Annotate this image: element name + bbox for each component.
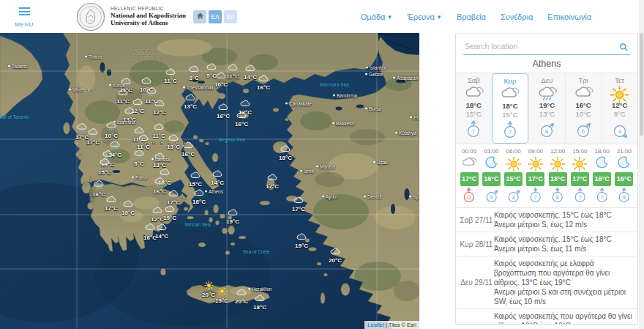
map-weather-marker: 14°C <box>240 62 261 81</box>
wind-badge: 7 <box>456 119 492 138</box>
cloud-icon <box>117 86 130 100</box>
marker-temp: 11°C <box>152 133 165 139</box>
home-button[interactable] <box>193 10 206 23</box>
marker-temp: 20°C <box>329 258 342 264</box>
nav-link-Επικοινωνία[interactable]: Επικοινωνία <box>547 12 591 21</box>
marker-temp: 10°C <box>214 82 228 88</box>
marker-temp: 13°C <box>167 144 180 150</box>
map-weather-marker: 11°C <box>116 75 136 94</box>
map-weather-marker: 18°C <box>189 187 209 205</box>
marker-temp: 12°C <box>131 108 144 114</box>
map-weather-marker: 11°C <box>113 86 133 105</box>
svg-text:6: 6 <box>490 195 493 200</box>
hour-time: 06:00 <box>503 148 525 155</box>
city-label-Denizli: Denizli <box>364 194 382 199</box>
map-weather-marker: 17°C <box>163 188 184 206</box>
leaflet-link[interactable]: Leaflet <box>367 322 384 328</box>
city-dot <box>151 158 154 160</box>
cloud-icon <box>227 207 239 220</box>
hour-time: 03:00 <box>480 148 502 155</box>
nav-link-Συνέδρια[interactable]: Συνέδρια <box>501 12 533 21</box>
cloud-icon <box>456 85 492 101</box>
marker-temp: 17°C <box>86 140 100 146</box>
menu-button[interactable]: MENU <box>12 6 37 28</box>
cloud-icon <box>182 139 195 152</box>
rain-icon <box>133 149 146 162</box>
city-label-Aydın: Aydın <box>322 194 338 199</box>
page-scrollbar[interactable] <box>639 0 644 329</box>
marker-temp: 18°C <box>192 199 206 205</box>
cloud-icon <box>296 231 308 244</box>
marker-temp: 8°C <box>189 75 198 81</box>
city-dot <box>365 108 367 110</box>
map-weather-marker: 16°C <box>140 223 160 241</box>
nav-link-Βραβεία[interactable]: Βραβεία <box>457 12 486 21</box>
marker-temp: 15°C <box>98 170 111 176</box>
hourly-forecast: 00:0017°C1103:0016°C606:0015°C409:0017°C… <box>456 144 637 207</box>
city-dot <box>333 95 335 97</box>
day-low-temp: 9°C <box>602 110 637 118</box>
marker-temp: 14°C <box>244 75 257 81</box>
marker-temp: 16°C <box>92 192 105 198</box>
scrollbar-thumb[interactable] <box>640 33 643 136</box>
sun-icon <box>503 156 525 171</box>
cloud-icon <box>217 101 230 114</box>
hour-col-21:00: 21:0016°C8 <box>613 148 635 204</box>
day-tab-Τρι[interactable]: Τρι16°C10°C6 <box>565 73 602 144</box>
map-weather-marker: 12°C <box>149 97 170 116</box>
marker-temp: 16°C <box>181 152 195 158</box>
map-weather-marker: 8°C <box>184 63 204 81</box>
marker-temp: 19°C <box>226 219 239 225</box>
marker-temp: 14°C <box>155 234 168 240</box>
search-input[interactable] <box>463 39 613 54</box>
wind-badge: 7 <box>525 187 547 204</box>
city-label-Bursa: Bursa <box>365 106 381 111</box>
map-weather-marker: 15°C <box>94 158 115 176</box>
marker-temp: 12°C <box>151 217 164 223</box>
map-weather-marker: 16°C <box>231 109 252 127</box>
header-buttons: ΕΛ En <box>193 10 237 23</box>
map-weather-marker: 17°C <box>101 193 121 212</box>
svg-text:8: 8 <box>623 195 626 200</box>
forecast-row: Κυρ 28/11Καιρός νεφοσκεπής. 15°C έως 18°… <box>456 232 637 256</box>
cloud-icon <box>215 70 228 83</box>
lang-en-button[interactable]: En <box>224 10 237 23</box>
sun-icon <box>569 156 591 171</box>
hour-temp: 17°C <box>571 172 589 186</box>
city-label-Tirana: Tirana <box>85 54 102 59</box>
city-dot <box>409 196 411 198</box>
hour-temp: 16°C <box>593 172 611 186</box>
hour-temp: 15°C <box>504 172 523 186</box>
lang-el-button[interactable]: ΕΛ <box>209 10 222 23</box>
city-label-Bandırma: Bandırma <box>333 93 357 98</box>
day-tab-Δευ[interactable]: Δευ19°C13°C8 <box>528 73 565 144</box>
marker-temp: 11°C <box>132 137 145 143</box>
university-seal-logo[interactable] <box>76 2 105 32</box>
hour-col-09:00: 09:0017°C7 <box>525 148 547 204</box>
day-name: Κυρ <box>493 77 528 85</box>
cloud-icon <box>120 75 132 89</box>
map-weather-marker: 11°C <box>160 66 181 84</box>
city-label-İzmir: İzmir <box>300 169 314 174</box>
city-dot <box>393 77 395 79</box>
cloud-icon <box>105 193 118 207</box>
map-weather-marker: 11°C <box>222 62 243 80</box>
map-weather-marker: 16°C <box>178 139 198 158</box>
day-tab-Σαβ[interactable]: Σαβ18°C15°C7 <box>456 73 492 144</box>
weather-map[interactable]: 11°C10°C11°C11°C12°C12°C13°C11°C8°C9°C10… <box>0 33 419 329</box>
city-dot <box>205 191 207 193</box>
hour-col-15:00: 15:0017°C7 <box>569 148 591 204</box>
marker-temp: 16°C <box>143 235 157 241</box>
hour-temp: 17°C <box>460 172 479 186</box>
marker-temp: 19°C <box>215 298 228 304</box>
day-tab-Τετ[interactable]: Τετ12°C9°C4 <box>601 73 637 144</box>
org-title: HELLENIC REPUBLIC National and Kapodistr… <box>111 6 186 26</box>
day-tab-Κυρ[interactable]: Κυρ18°C15°C7 <box>492 73 529 144</box>
search-icon[interactable] <box>619 42 629 55</box>
nav-link-Ομάδα[interactable]: Ομάδα▼ <box>361 12 393 21</box>
nav-link-Έρευνα[interactable]: Έρευνα▼ <box>407 12 442 21</box>
home-icon <box>196 12 204 21</box>
map-weather-marker: 10°C <box>136 75 157 93</box>
chevron-down-icon: ▼ <box>436 14 442 21</box>
city-label-Isparta: Isparta <box>409 194 419 199</box>
